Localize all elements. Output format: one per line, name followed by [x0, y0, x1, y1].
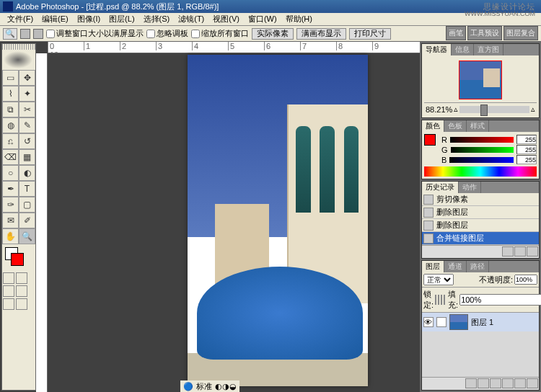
ignore-palettes-checkbox[interactable]: 忽略调板 [146, 28, 188, 39]
lock-pixels-icon[interactable] [438, 295, 439, 305]
zoom-percent[interactable]: 88.21% [426, 105, 452, 114]
mask-icon[interactable] [478, 378, 489, 388]
horizontal-ruler[interactable]: 012345678910 [48, 42, 420, 53]
eraser-tool[interactable]: ⌫ [2, 149, 19, 165]
zoom-all-checkbox[interactable]: 缩放所有窗口 [191, 28, 249, 39]
r-input[interactable] [516, 135, 537, 144]
menu-view[interactable]: 视图(V) [208, 12, 244, 26]
slice-tool[interactable]: ✂ [19, 102, 35, 117]
toolbox-handle[interactable] [2, 44, 35, 50]
vertical-ruler[interactable] [36, 53, 48, 392]
screen-mode-2-icon[interactable] [16, 285, 27, 297]
zoom-in-icon[interactable] [20, 29, 30, 39]
tool-presets-tab[interactable]: 工具预设 [467, 26, 502, 40]
zoom-tool-icon[interactable]: 🔍 [3, 28, 17, 40]
layer-name[interactable]: 图层 1 [471, 317, 493, 328]
gradient-tool[interactable]: ▦ [19, 149, 35, 165]
tab-channels[interactable]: 通道 [444, 261, 467, 272]
b-input[interactable] [516, 155, 537, 164]
color-spectrum[interactable] [424, 166, 537, 177]
history-item[interactable]: 删除图层 [422, 219, 539, 232]
tab-navigator[interactable]: 导航器 [422, 44, 452, 55]
color-swatches[interactable] [5, 247, 32, 269]
print-size-button[interactable]: 打印尺寸 [349, 28, 391, 40]
actual-pixels-button[interactable]: 实际像素 [252, 28, 294, 40]
history-item[interactable]: 合并链接图层 [422, 232, 539, 245]
menu-layer[interactable]: 图层(L) [105, 12, 138, 26]
hand-tool[interactable]: ✋ [2, 228, 19, 244]
menu-image[interactable]: 图像(I) [73, 12, 105, 26]
marquee-tool[interactable]: ▭ [2, 70, 19, 86]
opacity-input[interactable] [514, 275, 537, 285]
tab-swatches[interactable]: 色板 [444, 120, 467, 132]
snapshot-icon[interactable] [502, 246, 514, 257]
tab-paths[interactable]: 路径 [467, 261, 489, 272]
lock-transparent-icon[interactable] [435, 295, 436, 305]
move-tool[interactable]: ✥ [19, 70, 35, 86]
r-slider[interactable] [450, 137, 514, 143]
fill-input[interactable] [459, 294, 541, 306]
eyedropper-tool[interactable]: ✐ [19, 213, 35, 228]
g-slider[interactable] [451, 147, 514, 153]
shape-tool[interactable]: ▢ [19, 197, 35, 213]
fit-window-checkbox[interactable]: 调整窗口大小以满屏显示 [46, 28, 144, 39]
history-item[interactable]: 删除图层 [422, 206, 539, 219]
dodge-tool[interactable]: ◐ [19, 165, 35, 181]
notes-tool[interactable]: ✉ [2, 213, 19, 228]
tab-histogram[interactable]: 直方图 [474, 44, 503, 55]
tab-layers[interactable]: 图层 [422, 261, 444, 272]
new-layer-icon[interactable] [514, 378, 526, 388]
adjustment-icon[interactable] [502, 378, 514, 388]
jump-to-icon[interactable] [16, 298, 27, 310]
tab-color[interactable]: 颜色 [422, 120, 444, 132]
new-doc-icon[interactable] [514, 246, 526, 257]
quickmask-mode-icon[interactable] [16, 272, 27, 284]
blend-mode-select[interactable]: 正常 [423, 274, 454, 285]
menu-window[interactable]: 窗口(W) [244, 12, 281, 26]
stamp-tool[interactable]: ⎌ [2, 133, 19, 149]
zoom-in-button[interactable]: ▵ [531, 104, 535, 114]
brush-tool[interactable]: ✎ [19, 117, 35, 133]
pen-tool[interactable]: ✑ [2, 197, 19, 213]
menu-select[interactable]: 选择(S) [139, 12, 175, 26]
fit-screen-button[interactable]: 满画布显示 [296, 28, 346, 40]
menu-filter[interactable]: 滤镜(T) [174, 12, 208, 26]
history-brush-tool[interactable]: ↺ [19, 133, 35, 149]
standard-mode-icon[interactable] [3, 272, 14, 284]
lasso-tool[interactable]: ⌇ [2, 86, 19, 102]
b-slider[interactable] [449, 157, 514, 163]
tab-info[interactable]: 信息 [452, 44, 474, 55]
screen-mode-1-icon[interactable] [3, 285, 14, 297]
heal-tool[interactable]: ◍ [2, 117, 19, 133]
zoom-out-icon[interactable] [33, 29, 43, 39]
layer-row[interactable]: 👁 图层 1 [422, 313, 539, 331]
lock-position-icon[interactable] [441, 295, 442, 305]
trash-icon[interactable] [527, 246, 538, 257]
blur-tool[interactable]: ○ [2, 165, 19, 181]
zoom-out-button[interactable]: ▵ [454, 104, 458, 114]
menu-file[interactable]: 文件(F) [3, 12, 38, 26]
navigator-thumbnail[interactable] [459, 61, 502, 99]
folder-icon[interactable] [490, 378, 501, 388]
path-tool[interactable]: ✒ [2, 181, 19, 197]
delete-layer-icon[interactable] [527, 378, 538, 388]
brush-tab[interactable]: 画笔 [446, 26, 466, 40]
layer-thumbnail[interactable] [449, 314, 468, 330]
tab-styles[interactable]: 样式 [467, 120, 489, 132]
lock-all-icon[interactable] [444, 295, 445, 305]
link-icon[interactable] [436, 317, 447, 327]
layer-comps-tab[interactable]: 图层复合 [503, 26, 538, 40]
screen-mode-3-icon[interactable] [3, 298, 14, 310]
type-tool[interactable]: T [19, 181, 35, 197]
crop-tool[interactable]: ⧉ [2, 102, 19, 117]
history-item[interactable]: 剪切像素 [422, 193, 539, 206]
color-fg-swatch[interactable] [424, 134, 436, 146]
g-input[interactable] [516, 145, 537, 154]
menu-help[interactable]: 帮助(H) [281, 12, 317, 26]
tab-actions[interactable]: 动作 [459, 182, 481, 193]
zoom-slider[interactable] [459, 106, 529, 113]
menu-edit[interactable]: 编辑(E) [38, 12, 73, 26]
document-canvas[interactable] [188, 55, 368, 386]
wand-tool[interactable]: ✦ [19, 86, 35, 102]
background-swatch[interactable] [11, 253, 24, 266]
